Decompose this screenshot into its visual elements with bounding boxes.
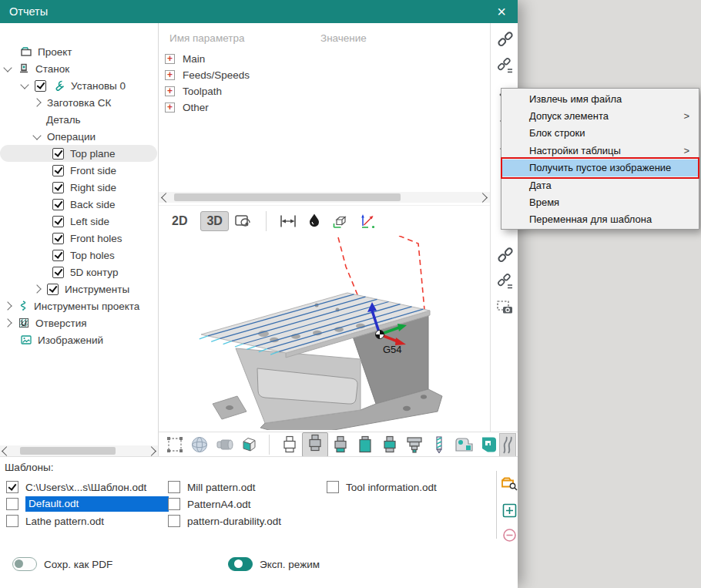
checkbox[interactable] <box>6 481 18 493</box>
chevron-down-icon[interactable] <box>20 80 29 89</box>
template-item[interactable]: Lathe pattern.odt <box>6 512 104 529</box>
chip-removal-icon[interactable] <box>499 433 516 458</box>
checkbox[interactable] <box>168 498 180 510</box>
template-item[interactable]: PatternA4.odt <box>168 496 251 512</box>
param-row-feeds[interactable]: Feeds/Speeds <box>159 67 490 83</box>
holder-teal-base-icon[interactable] <box>330 435 350 455</box>
chevron-down-icon[interactable] <box>32 131 41 139</box>
tree-item-images[interactable]: Изображений <box>0 331 158 348</box>
remove-template-icon[interactable] <box>502 528 517 543</box>
menu-item-row-block[interactable]: Блок строки <box>501 125 699 142</box>
link-list-icon[interactable] <box>497 273 514 290</box>
link-list-icon[interactable] <box>497 57 514 74</box>
template-item[interactable]: pattern-durability.odt <box>168 512 281 529</box>
snapshot-icon[interactable] <box>496 299 515 316</box>
scrollbar-thumb[interactable] <box>20 447 116 455</box>
tree-item-right-side[interactable]: Right side <box>0 179 158 196</box>
save-as-pdf-toggle[interactable] <box>12 557 37 571</box>
tree-item-machine[interactable]: Станок <box>0 60 158 77</box>
tree-item-front-side[interactable]: Front side <box>0 162 158 179</box>
table-hscrollbar[interactable] <box>159 192 490 203</box>
checkbox[interactable] <box>327 481 339 493</box>
tree-item-tools[interactable]: Инструменты <box>0 281 158 297</box>
tree-item-left-side[interactable]: Left side <box>0 213 158 230</box>
menu-item-date[interactable]: Дата <box>501 176 699 193</box>
holder-teal-body-icon[interactable] <box>380 435 400 455</box>
holder-selected-frame[interactable] <box>302 432 328 457</box>
param-row-toolpath[interactable]: Toolpath <box>159 83 490 99</box>
stock-sphere-icon[interactable] <box>190 435 210 455</box>
shading-droplet-icon[interactable] <box>307 213 321 230</box>
chevron-down-icon[interactable] <box>3 63 12 72</box>
expand-plus-icon[interactable] <box>165 86 175 96</box>
checkbox[interactable] <box>52 199 64 210</box>
stock-box-icon[interactable] <box>239 435 259 455</box>
machine-head-icon[interactable] <box>454 435 475 455</box>
template-item[interactable]: C:\Users\x...s\Шаблон.odt <box>6 479 146 496</box>
browse-template-icon[interactable] <box>501 475 519 492</box>
checkbox[interactable] <box>52 233 64 244</box>
menu-item-time[interactable]: Время <box>501 193 699 210</box>
param-row-other[interactable]: Other <box>159 99 490 116</box>
checkbox[interactable] <box>52 165 64 176</box>
checkbox[interactable] <box>35 80 46 92</box>
chevron-right-icon[interactable] <box>3 301 12 310</box>
holder-teal-cylinder-icon[interactable] <box>355 435 375 455</box>
param-row-main[interactable]: Main <box>159 51 490 67</box>
checkbox[interactable] <box>52 182 64 193</box>
scroll-right-icon[interactable] <box>478 193 488 203</box>
link-icon[interactable] <box>497 247 514 264</box>
scroll-left-icon[interactable] <box>2 446 12 456</box>
checkbox[interactable] <box>52 216 64 227</box>
checkbox[interactable] <box>6 515 18 527</box>
template-item-selected[interactable]: Default.odt <box>6 496 169 512</box>
stock-cylinder-icon[interactable] <box>214 435 234 455</box>
menu-item-extract-filename[interactable]: Извлечь имя файла <box>501 90 699 107</box>
checkbox[interactable] <box>52 148 64 160</box>
expand-plus-icon[interactable] <box>165 70 175 80</box>
checkbox[interactable] <box>6 498 18 510</box>
expand-plus-icon[interactable] <box>165 54 175 64</box>
template-item[interactable]: Mill pattern.odt <box>168 479 256 496</box>
drill-bit-icon[interactable] <box>429 435 449 455</box>
scroll-left-icon[interactable] <box>161 193 171 203</box>
tree-item-part[interactable]: Деталь <box>0 111 158 128</box>
menu-item-table-settings[interactable]: Настройки таблицы > <box>501 142 699 159</box>
checkbox[interactable] <box>168 515 180 527</box>
menu-item-template-variable[interactable]: Переменная для шаблона <box>501 211 699 228</box>
select-region-icon[interactable] <box>165 435 185 455</box>
checkbox[interactable] <box>52 250 64 261</box>
view-3d-button[interactable]: 3D <box>200 211 228 231</box>
measure-icon[interactable] <box>280 213 297 229</box>
close-icon[interactable]: × <box>490 0 513 23</box>
tree-item-5d-contour[interactable]: 5D контур <box>0 264 158 281</box>
tree-hscrollbar[interactable] <box>0 445 158 456</box>
menu-item-get-empty-image[interactable]: Получить пустое изображение <box>501 160 699 176</box>
checkbox[interactable] <box>47 284 59 295</box>
chevron-right-icon[interactable] <box>32 284 41 293</box>
menu-item-element-tolerance[interactable]: Допуск элемента > <box>501 107 699 124</box>
view-2d-button[interactable]: 2D <box>166 212 193 230</box>
checkbox[interactable] <box>168 481 180 493</box>
tree-item-setups[interactable]: Установы 0 <box>0 77 158 94</box>
scroll-right-icon[interactable] <box>146 446 156 456</box>
expand-plus-icon[interactable] <box>165 102 175 113</box>
export-mode-toggle[interactable] <box>228 557 253 571</box>
link-icon[interactable] <box>497 31 514 48</box>
template-item[interactable]: Tool information.odt <box>327 479 437 496</box>
holder-white-icon[interactable] <box>280 435 300 455</box>
rotate-view-icon[interactable] <box>234 213 253 230</box>
checkbox[interactable] <box>52 267 64 278</box>
tree-item-back-side[interactable]: Back side <box>0 196 158 213</box>
chevron-right-icon[interactable] <box>32 98 41 106</box>
axes-icon[interactable] <box>360 213 377 229</box>
tree-item-front-holes[interactable]: Front holes <box>0 230 158 247</box>
tree-item-operations[interactable]: Операции <box>0 128 158 145</box>
stepped-cone-icon[interactable] <box>404 435 424 455</box>
dialog-titlebar[interactable]: Отчеты × <box>0 0 518 23</box>
holder-gray-icon[interactable] <box>305 433 325 453</box>
tree-item-stock[interactable]: Заготовка СК <box>0 94 158 111</box>
lathe-machine-icon[interactable] <box>479 435 499 455</box>
chevron-right-icon[interactable] <box>3 318 12 327</box>
tree-item-top-plane[interactable]: Top plane <box>0 145 157 162</box>
